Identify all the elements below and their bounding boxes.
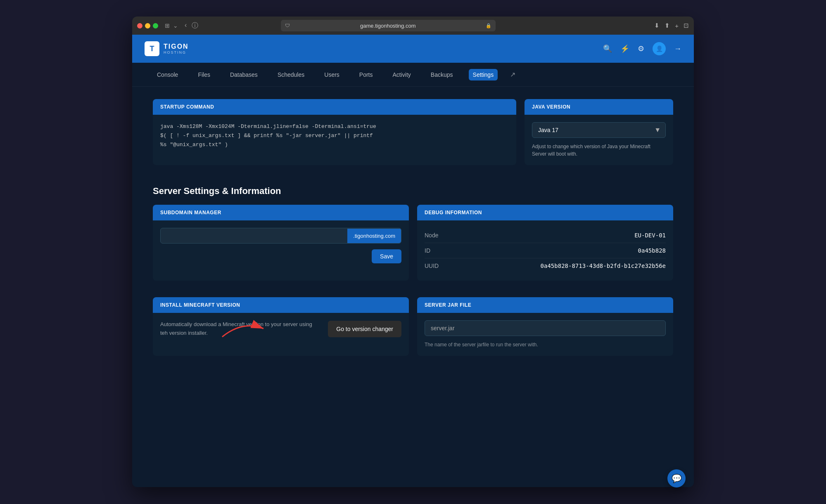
avatar[interactable]: 👤 xyxy=(653,42,666,55)
logo-name: TIGON xyxy=(164,43,189,50)
logo-text: TIGON HOSTING xyxy=(164,43,189,54)
subdomain-suffix: .tigonhosting.com xyxy=(347,229,401,243)
main-content: STARTUP COMMAND java -Xms128M -Xmx1024M … xyxy=(132,87,694,487)
command-line-1: java -Xms128M -Xmx1024M -Dterminal.jline… xyxy=(160,123,376,130)
subdomain-manager-card: SUBDOMAIN MANAGER .tigonhosting.com Save xyxy=(153,205,409,281)
nav-databases[interactable]: Databases xyxy=(226,69,262,80)
page-icon: 🛡 xyxy=(285,23,290,28)
version-changer-button[interactable]: Go to version changer xyxy=(328,321,401,337)
sub-navigation: Console Files Databases Schedules Users … xyxy=(132,63,694,87)
titlebar-right-controls: ⬇ ⬆ + ⊡ xyxy=(654,22,689,29)
debug-row-id: ID 0a45b828 xyxy=(425,243,666,258)
browser-window: ⊞ ⌄ ‹ ⓘ 🛡 game.tigonhosting.com 🔒 ⬇ ⬆ + … xyxy=(132,17,694,487)
debug-row-node: Node EU-DEV-01 xyxy=(425,228,666,243)
subdomain-manager-body: .tigonhosting.com Save xyxy=(153,220,409,257)
lock-icon: 🔒 xyxy=(486,23,491,28)
debug-label-uuid: UUID xyxy=(425,263,439,269)
external-link-icon[interactable]: ↗ xyxy=(510,71,515,78)
close-button[interactable] xyxy=(137,23,142,28)
subdomain-input-wrapper: .tigonhosting.com xyxy=(160,228,401,244)
install-minecraft-header: INSTALL MINECRAFT VERSION xyxy=(153,297,409,313)
nav-activity[interactable]: Activity xyxy=(389,69,415,80)
chat-button[interactable]: 💬 xyxy=(667,469,686,487)
logo-sub: HOSTING xyxy=(164,50,189,54)
debug-label-id: ID xyxy=(425,247,430,254)
tabs-icon[interactable]: ⊡ xyxy=(684,22,689,29)
logo-icon: T xyxy=(145,41,159,56)
debug-information-body: Node EU-DEV-01 ID 0a45b828 UUID 0a45b828… xyxy=(417,220,673,281)
subdomain-manager-header: SUBDOMAIN MANAGER xyxy=(153,205,409,220)
java-version-description: Adjust to change which version of Java y… xyxy=(532,143,666,158)
new-tab-icon[interactable]: + xyxy=(675,22,679,29)
maximize-button[interactable] xyxy=(153,23,158,28)
save-button[interactable]: Save xyxy=(372,249,401,263)
jar-description: The name of the server jarfile to run th… xyxy=(425,341,666,348)
gear-icon[interactable]: ⚙ xyxy=(638,44,644,53)
nav-console[interactable]: Console xyxy=(153,69,182,80)
address-bar[interactable]: 🛡 game.tigonhosting.com 🔒 xyxy=(281,20,496,31)
debug-information-card: DEBUG INFORMATION Node EU-DEV-01 ID 0a45… xyxy=(417,205,673,281)
install-description: Automatically download a Minecraft versi… xyxy=(160,320,320,338)
server-jar-header: SERVER JAR FILE xyxy=(417,297,673,313)
java-select-wrapper: Java 8 Java 11 Java 17 Java 21 ▼ xyxy=(532,122,666,138)
privacy-icon[interactable]: ⓘ xyxy=(190,21,200,31)
server-jar-input[interactable] xyxy=(425,320,666,336)
search-icon[interactable]: 🔍 xyxy=(603,44,612,53)
startup-command-header: STARTUP COMMAND xyxy=(153,99,516,115)
nav-schedules[interactable]: Schedules xyxy=(273,69,309,80)
section-title: Server Settings & Information xyxy=(153,186,673,196)
install-minecraft-body: Automatically download a Minecraft versi… xyxy=(153,313,409,345)
java-version-select[interactable]: Java 8 Java 11 Java 17 Java 21 xyxy=(532,122,666,138)
top-cards-grid: STARTUP COMMAND java -Xms128M -Xmx1024M … xyxy=(153,99,673,173)
startup-command-text: java -Xms128M -Xmx1024M -Dterminal.jline… xyxy=(160,122,509,149)
minimize-button[interactable] xyxy=(145,23,150,28)
startup-command-card: STARTUP COMMAND java -Xms128M -Xmx1024M … xyxy=(153,99,516,165)
titlebar: ⊞ ⌄ ‹ ⓘ 🛡 game.tigonhosting.com 🔒 ⬇ ⬆ + … xyxy=(132,17,694,35)
subdomain-input[interactable] xyxy=(161,228,347,243)
logo: T TIGON HOSTING xyxy=(145,41,189,56)
command-line-2: $( [ ! -f unix_args.txt ] && printf %s "… xyxy=(160,133,373,139)
server-jar-body: The name of the server jarfile to run th… xyxy=(417,313,673,356)
install-content: Automatically download a Minecraft versi… xyxy=(160,320,401,338)
command-line-3: %s "@unix_args.txt" ) xyxy=(160,142,228,148)
titlebar-nav: ‹ ⓘ xyxy=(183,21,200,31)
nav-backups[interactable]: Backups xyxy=(427,69,457,80)
nav-users[interactable]: Users xyxy=(320,69,344,80)
debug-information-header: DEBUG INFORMATION xyxy=(417,205,673,220)
java-version-card: JAVA VERSION Java 8 Java 11 Java 17 Java… xyxy=(525,99,673,165)
install-minecraft-card: INSTALL MINECRAFT VERSION Automatically … xyxy=(153,297,409,356)
top-navigation: T TIGON HOSTING 🔍 ⚡ ⚙ 👤 → xyxy=(132,35,694,63)
titlebar-controls: ⊞ ⌄ xyxy=(165,22,178,29)
debug-value-id: 0a45b828 xyxy=(638,247,666,254)
sidebar-chevron-icon[interactable]: ⌄ xyxy=(173,22,178,29)
java-version-body: Java 8 Java 11 Java 17 Java 21 ▼ Adjust … xyxy=(525,115,673,165)
nav-ports[interactable]: Ports xyxy=(355,69,377,80)
debug-row-uuid: UUID 0a45b828-8713-43d8-b2fd-b1c27e32b56… xyxy=(425,258,666,273)
share-icon[interactable]: ⬆ xyxy=(665,22,670,29)
debug-label-node: Node xyxy=(425,232,438,239)
server-jar-card: SERVER JAR FILE The name of the server j… xyxy=(417,297,673,356)
topnav-icons: 🔍 ⚡ ⚙ 👤 → xyxy=(603,42,681,55)
java-version-header: JAVA VERSION xyxy=(525,99,673,115)
nav-settings[interactable]: Settings xyxy=(469,69,498,80)
url-text: game.tigonhosting.com xyxy=(292,23,483,29)
sidebar-toggle-icon[interactable]: ⊞ xyxy=(165,22,170,29)
layers-icon[interactable]: ⚡ xyxy=(620,44,629,53)
traffic-lights xyxy=(137,23,158,28)
download-icon[interactable]: ⬇ xyxy=(654,22,660,29)
forward-icon[interactable]: → xyxy=(674,45,681,53)
startup-command-body: java -Xms128M -Xmx1024M -Dterminal.jline… xyxy=(153,115,516,157)
nav-files[interactable]: Files xyxy=(194,69,214,80)
debug-value-uuid: 0a45b828-8713-43d8-b2fd-b1c27e32b56e xyxy=(541,263,666,269)
bottom-cards-grid: SUBDOMAIN MANAGER .tigonhosting.com Save… xyxy=(153,205,673,364)
chat-icon: 💬 xyxy=(672,473,682,483)
back-button[interactable]: ‹ xyxy=(183,21,188,31)
debug-value-node: EU-DEV-01 xyxy=(634,232,666,239)
